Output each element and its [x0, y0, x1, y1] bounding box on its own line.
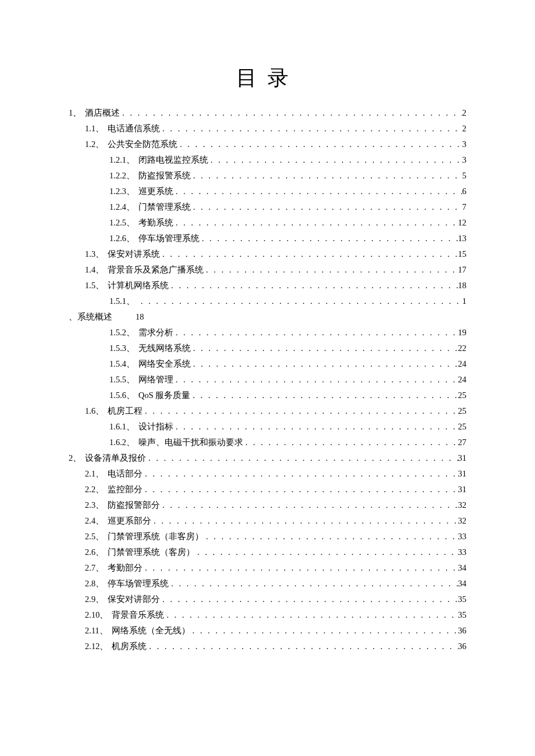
toc-entry-number: 2.11、 [85, 626, 108, 635]
toc-entry-label: 计算机网络系统 [104, 281, 169, 290]
toc-entry-page: 24 [458, 375, 467, 384]
toc-entry: 1.2.6、停车场管理系统. . . . . . . . . . . . . .… [69, 234, 466, 243]
toc-leader-dots: . . . . . . . . . . . . . . . . . . . . … [142, 564, 458, 572]
toc-entry-label: 防盗报警系统 [135, 171, 191, 180]
toc-leader-dots: . . . . . . . . . . . . . . . . . . . . … [208, 156, 462, 164]
toc-leader-dots: . . . . . . . . . . . . . . . . . . . . … [173, 422, 458, 431]
toc-entry: 1.2.3、巡更系统. . . . . . . . . . . . . . . … [69, 187, 466, 196]
toc-entry-number: 1.5.2、 [109, 328, 135, 337]
toc-entry-page: 17 [458, 266, 467, 274]
toc-entry: 2、设备清单及报价. . . . . . . . . . . . . . . .… [69, 454, 466, 463]
toc-entry-label: 门禁管理系统（客房） [104, 548, 195, 557]
toc-entry-number: 1.2.2、 [109, 171, 135, 180]
toc-entry-number: 1.2、 [85, 140, 104, 149]
toc-entry-number: 2.4、 [85, 517, 104, 525]
toc-leader-dots: . . . . . . . . . . . . . . . . . . . . … [160, 595, 458, 604]
toc-entry-page: 2 [462, 109, 466, 117]
toc-entry-label: 设计指标 [135, 422, 173, 431]
toc-entry-label: QoS 服务质量 [135, 391, 190, 400]
toc-entry-number: 1.3、 [85, 250, 104, 259]
toc-entry-number: 2、 [69, 454, 81, 463]
toc-entry-label: 需求分析 [135, 328, 173, 337]
toc-entry-number: 1.6、 [85, 407, 104, 415]
toc-entry-number: 2.12、 [85, 642, 108, 651]
toc-leader-dots: . . . . . . . . . . . . . . . . . . . . … [142, 485, 458, 494]
toc-entry-number: 1.5.4、 [109, 360, 135, 368]
toc-entry-number: 1.2.6、 [109, 234, 135, 243]
toc-entry-label: 防盗报警部分 [104, 501, 160, 510]
toc-entry-number: 1.1、 [85, 124, 104, 133]
toc-leader-dots: . . . . . . . . . . . . . . . . . . . . … [160, 124, 462, 133]
toc-leader-dots: . . . . . . . . . . . . . . . . . . . . … [151, 517, 458, 525]
toc-entry-wrap-page: 18 [112, 312, 144, 321]
toc-entry: 2.5、门禁管理系统（非客房）. . . . . . . . . . . . .… [69, 532, 466, 541]
toc-entry-number: 2.1、 [85, 470, 104, 478]
toc-leader-dots: . . . . . . . . . . . . . . . . . . . . … [160, 250, 458, 259]
toc-entry: 1.2.4、门禁管理系统. . . . . . . . . . . . . . … [69, 203, 466, 212]
toc-leader-dots: . . . . . . . . . . . . . . . . . . . . … [142, 470, 458, 478]
toc-entry-page: 5 [462, 171, 466, 180]
toc-entry-page: 33 [458, 532, 467, 541]
toc-entry-number: 1.5.1、 [109, 297, 135, 306]
toc-entry: 1.2.5、考勤系统. . . . . . . . . . . . . . . … [69, 218, 466, 227]
toc-entry: 2.8、停车场管理系统. . . . . . . . . . . . . . .… [69, 579, 466, 588]
toc-entry: 1.5.3、无线网络系统. . . . . . . . . . . . . . … [69, 344, 466, 353]
toc-entry-page: 1 [462, 297, 466, 306]
toc-leader-dots: . . . . . . . . . . . . . . . . . . . . … [173, 328, 458, 337]
toc-leader-dots: . . . . . . . . . . . . . . . . . . . . … [173, 187, 462, 196]
toc-entry-page: 19 [458, 328, 467, 337]
toc-entry: 2.6、门禁管理系统（客房）. . . . . . . . . . . . . … [69, 548, 466, 557]
toc-entry: 2.7、考勤部分. . . . . . . . . . . . . . . . … [69, 564, 466, 572]
toc-entry-number: 1.5.3、 [109, 344, 135, 353]
toc-entry-label: 机房系统 [108, 642, 147, 651]
toc-entry: 1.6、机房工程. . . . . . . . . . . . . . . . … [69, 407, 466, 415]
toc-entry-page: 27 [458, 438, 467, 447]
toc-entry-number: 1.6.1、 [109, 422, 135, 431]
toc-entry-page: 15 [458, 250, 467, 259]
toc-entry-page: 31 [458, 454, 467, 463]
toc-leader-dots: . . . . . . . . . . . . . . . . . . . . … [173, 375, 458, 384]
toc-entry-page: 25 [458, 407, 467, 415]
page-title: 目录 [69, 64, 466, 92]
toc-entry-label: 监控部分 [104, 485, 142, 494]
toc-entry-number: 2.7、 [85, 564, 104, 572]
toc-entry-page: 3 [462, 156, 466, 164]
toc-entry: 2.12、机房系统. . . . . . . . . . . . . . . .… [69, 642, 466, 651]
toc-entry-page: 35 [458, 611, 467, 619]
toc-entry: 1.6.1、设计指标. . . . . . . . . . . . . . . … [69, 422, 466, 431]
toc-entry: 1.2.2、防盗报警系统. . . . . . . . . . . . . . … [69, 171, 466, 180]
toc-entry-number: 2.9、 [85, 595, 104, 604]
toc-entry: 2.2、监控部分. . . . . . . . . . . . . . . . … [69, 485, 466, 494]
toc-leader-dots: . . . . . . . . . . . . . . . . . . . . … [190, 391, 458, 400]
toc-entry-label: 门禁管理系统 [135, 203, 191, 212]
toc-leader-dots: . . . . . . . . . . . . . . . . . . . . … [191, 203, 462, 212]
toc-entry: 1、酒店概述. . . . . . . . . . . . . . . . . … [69, 109, 466, 117]
toc-entry: 1.2、公共安全防范系统. . . . . . . . . . . . . . … [69, 140, 466, 149]
toc-leader-dots: . . . . . . . . . . . . . . . . . . . . … [191, 360, 458, 368]
toc-entry-label: 门禁管理系统（非客房） [104, 532, 204, 541]
toc-entry-label: 电话通信系统 [104, 124, 160, 133]
toc-leader-dots: . . . . . . . . . . . . . . . . . . . . … [169, 579, 458, 588]
toc-entry-label: 酒店概述 [81, 109, 120, 117]
toc-entry-label: 噪声、电磁干扰和振动要求 [135, 438, 243, 447]
toc-entry-label: 背景音乐系统 [108, 611, 164, 619]
toc-entry-label: 保安对讲系统 [104, 250, 160, 259]
toc-leader-dots: . . . . . . . . . . . . . . . . . . . . … [177, 140, 462, 149]
toc-entry-number: 2.3、 [85, 501, 104, 510]
toc-entry-label: 巡更系部分 [104, 517, 151, 525]
toc-leader-dots: . . . . . . . . . . . . . . . . . . . . … [199, 234, 458, 243]
toc-entry-number: 1.2.4、 [109, 203, 135, 212]
toc-entry: 1.5.2、需求分析. . . . . . . . . . . . . . . … [69, 328, 466, 337]
toc-entry: 2.9、保安对讲部分. . . . . . . . . . . . . . . … [69, 595, 466, 604]
toc-entry: 1.2.1、闭路电视监控系统. . . . . . . . . . . . . … [69, 156, 466, 164]
toc-leader-dots: . . . . . . . . . . . . . . . . . . . . … [147, 642, 458, 651]
toc-entry-number: 1.2.1、 [109, 156, 135, 164]
toc-entry-page: 18 [458, 281, 467, 290]
toc-entry: 1.5、计算机网络系统. . . . . . . . . . . . . . .… [69, 281, 466, 290]
toc-entry-page: 25 [458, 391, 467, 400]
toc-entry: 2.10、背景音乐系统. . . . . . . . . . . . . . .… [69, 611, 466, 619]
toc-entry-label: 巡更系统 [135, 187, 173, 196]
toc-entry-page: 31 [458, 470, 467, 478]
toc-entry-page: 32 [458, 501, 467, 510]
toc-entry-label: 闭路电视监控系统 [135, 156, 208, 164]
